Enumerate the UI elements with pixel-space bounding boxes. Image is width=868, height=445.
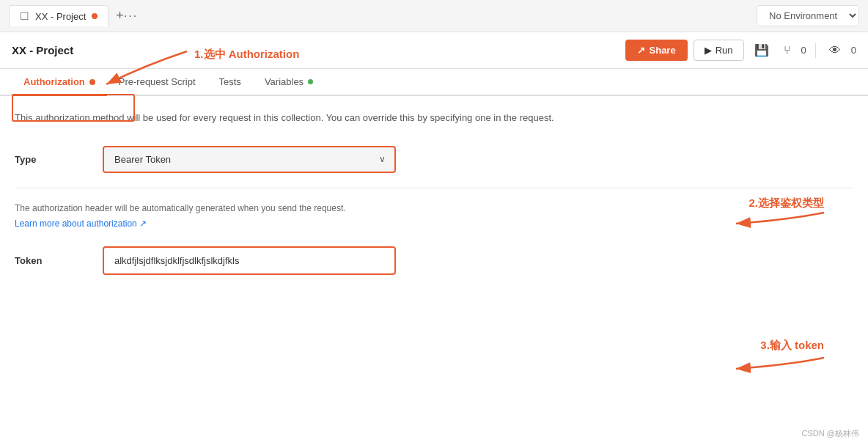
- share-button[interactable]: ↗ Share: [625, 40, 688, 61]
- external-link-icon: ↗: [139, 218, 147, 229]
- tab-dot: [92, 13, 98, 19]
- token-input-wrapper: [103, 246, 396, 275]
- tab-pre-request-script[interactable]: Pre-request Script: [107, 69, 207, 96]
- token-label: Token: [15, 255, 103, 266]
- project-title: XX - Project: [12, 44, 73, 56]
- type-control: No Auth API Key Bearer Token Basic Auth …: [103, 146, 396, 173]
- header-actions: ↗ Share ▶ Run 💾 ⑂ 0 👁 0: [625, 40, 856, 61]
- tab-authorization-label: Authorization: [23, 76, 85, 87]
- tab-variables-label: Variables: [265, 76, 304, 87]
- new-tab-button[interactable]: +: [116, 8, 124, 23]
- watermark: CSDN @杨林伟: [802, 428, 859, 439]
- fork-button[interactable]: ⑂: [779, 41, 795, 60]
- annotation-step3: 3.输入 token: [760, 339, 824, 353]
- share-icon: ↗: [637, 45, 645, 56]
- top-bar: ☐ XX - Project + ··· No Environment: [0, 0, 868, 32]
- run-icon: ▶: [705, 45, 712, 56]
- tabs-bar: Authorization Pre-request Script Tests V…: [0, 69, 868, 96]
- type-label: Type: [15, 154, 103, 165]
- more-tabs-button[interactable]: ···: [124, 10, 138, 23]
- header-bar: XX - Project ↗ Share ▶ Run 💾 ⑂ 0 👁 0: [0, 32, 868, 69]
- arrow-step3: [699, 343, 831, 387]
- run-label: Run: [716, 45, 733, 56]
- watch-button[interactable]: 👁: [825, 41, 845, 60]
- environment-selector[interactable]: No Environment: [757, 5, 859, 26]
- tab-tests[interactable]: Tests: [207, 69, 253, 96]
- type-select-wrapper: No Auth API Key Bearer Token Basic Auth …: [103, 146, 396, 173]
- main-content: This authorization method will be used f…: [0, 96, 868, 275]
- token-control: [103, 246, 396, 275]
- token-field-row: Token: [15, 246, 853, 275]
- watch-count: 0: [851, 45, 856, 56]
- fork-count: 0: [801, 45, 806, 56]
- share-label: Share: [650, 45, 676, 56]
- description-text: This authorization method will be used f…: [15, 111, 853, 125]
- type-field-row: Type No Auth API Key Bearer Token Basic …: [15, 146, 853, 188]
- page-wrapper: ☐ XX - Project + ··· No Environment XX -…: [0, 0, 868, 445]
- variables-dot: [308, 79, 313, 84]
- authorization-dot: [89, 79, 95, 85]
- help-section: The authorization header will be automat…: [15, 203, 853, 229]
- tab-label: XX - Project: [35, 11, 86, 22]
- project-tab[interactable]: ☐ XX - Project: [9, 5, 108, 26]
- learn-more-link[interactable]: Learn more about authorization ↗: [15, 218, 147, 229]
- help-text: The authorization header will be automat…: [15, 203, 853, 213]
- tab-variables[interactable]: Variables: [253, 69, 325, 96]
- token-input[interactable]: [104, 248, 394, 273]
- learn-more-text: Learn more about authorization: [15, 218, 137, 229]
- tab-prerequest-label: Pre-request Script: [119, 76, 196, 87]
- tab-tests-label: Tests: [219, 76, 241, 87]
- divider: [815, 43, 816, 58]
- run-button[interactable]: ▶ Run: [694, 40, 744, 61]
- tab-authorization[interactable]: Authorization: [12, 69, 107, 96]
- type-select[interactable]: No Auth API Key Bearer Token Basic Auth …: [104, 147, 394, 172]
- document-icon: ☐: [20, 10, 29, 22]
- save-button[interactable]: 💾: [750, 40, 773, 60]
